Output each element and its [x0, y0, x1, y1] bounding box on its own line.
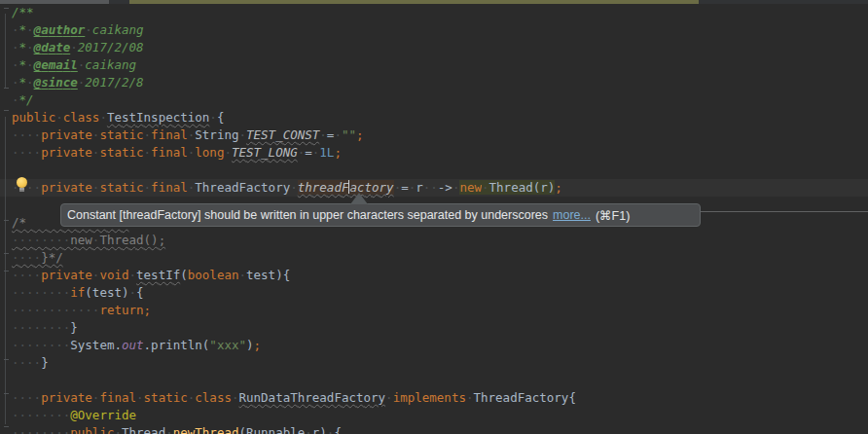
code-line[interactable]: ········if(test)·{	[0, 284, 868, 302]
code-token: out	[122, 338, 144, 352]
code-line[interactable]: ········new·Thread();	[0, 232, 868, 249]
whitespace-dot: ·	[19, 145, 27, 160]
code-line[interactable]: ········}	[0, 319, 868, 337]
whitespace-dot: ·	[482, 180, 489, 195]
whitespace-dot: ·	[55, 303, 63, 317]
code-token: /*	[12, 215, 26, 230]
whitespace-dot: ·	[238, 127, 246, 142]
whitespace-dot: ·	[92, 180, 100, 195]
tab-strip-segment-gray[interactable]	[0, 0, 109, 4]
code-line[interactable]: ····private·static·final·ThreadFactory·t…	[0, 179, 868, 197]
code-line[interactable]: ········System.out.println("xxx");	[0, 337, 868, 354]
code-token: ·*·	[12, 75, 34, 90]
code-token: @author	[34, 22, 86, 37]
whitespace-dot: ·	[19, 303, 27, 317]
code-line[interactable]: ·*·@author·caikang	[0, 21, 868, 39]
intention-bulb-icon[interactable]	[16, 177, 28, 191]
code-line[interactable]: ·*·@since·2017/2/8	[0, 74, 868, 91]
whitespace-dot: ·	[34, 338, 42, 352]
fold-marker[interactable]	[4, 253, 9, 254]
whitespace-dot: ·	[26, 425, 34, 434]
whitespace-dot: ·	[92, 127, 100, 142]
whitespace-dot: ·	[26, 338, 34, 352]
fold-marker[interactable]	[4, 88, 9, 89]
whitespace-dot: ·	[12, 250, 19, 265]
whitespace-dot: ·	[55, 285, 63, 300]
code-line[interactable]	[0, 372, 868, 389]
code-token: return	[99, 303, 143, 317]
whitespace-dot: ·	[34, 127, 42, 142]
code-token: private·static·final	[41, 180, 188, 195]
whitespace-dot: ·	[41, 408, 49, 422]
whitespace-dot: ·	[12, 40, 19, 54]
whitespace-dot: ·	[188, 127, 196, 142]
fold-marker[interactable]	[4, 359, 9, 360]
whitespace-dot: ·	[19, 127, 27, 142]
tab-strip-segment-olive[interactable]	[129, 0, 699, 4]
whitespace-dot: ·	[188, 180, 196, 195]
code-token: ·=·r··->·	[394, 180, 460, 195]
code-token: TEST_LONG	[232, 145, 298, 160]
code-token: ·	[385, 390, 393, 405]
code-line[interactable]: ·*/	[0, 91, 868, 109]
code-line[interactable]: ····private·final·static·class·RunDataTh…	[0, 389, 868, 407]
whitespace-dot: ·	[34, 320, 42, 335]
code-line[interactable]: ·*·@email·caikang	[0, 56, 868, 74]
whitespace-dot: ·	[26, 57, 34, 72]
code-line[interactable]: /**	[0, 4, 868, 21]
code-token: ····	[12, 145, 41, 160]
code-token: ·	[99, 110, 107, 125]
fold-marker[interactable]	[4, 393, 9, 394]
fold-marker[interactable]	[4, 271, 9, 271]
whitespace-dot: ·	[290, 180, 298, 195]
code-line[interactable]: ············return;	[0, 302, 868, 319]
code-token: @Override	[70, 408, 136, 422]
code-line[interactable]: ·*·@date·2017/2/08	[0, 39, 868, 56]
whitespace-dot: ·	[12, 285, 19, 300]
whitespace-dot: ·	[19, 355, 27, 370]
whitespace-dot: ·	[26, 233, 34, 247]
whitespace-dot: ·	[12, 127, 19, 142]
whitespace-dot: ·	[41, 303, 49, 317]
tooltip-more-link[interactable]: more...	[553, 208, 591, 222]
whitespace-dot: ·	[238, 268, 246, 282]
whitespace-dot: ·	[12, 22, 19, 37]
whitespace-dot: ·	[12, 75, 19, 90]
whitespace-dot: ·	[136, 390, 144, 405]
whitespace-dot: ·	[99, 110, 107, 125]
fold-marker[interactable]	[4, 110, 9, 111]
code-token: testIf	[136, 268, 180, 282]
code-line[interactable]: ········public·Thread·newThread(Runnable…	[0, 424, 868, 434]
whitespace-dot: ·	[55, 425, 63, 434]
code-line[interactable]: ········@Override	[0, 407, 868, 424]
whitespace-dot: ·	[55, 408, 63, 422]
whitespace-dot: ·	[34, 268, 42, 282]
whitespace-dot: ·	[12, 268, 19, 282]
code-token: private·final·static·class	[41, 390, 232, 405]
whitespace-dot: ·	[92, 390, 100, 405]
code-line[interactable]: ····private·void·testIf(boolean·test){	[0, 267, 868, 284]
code-token: threadF	[298, 180, 349, 195]
whitespace-dot: ·	[26, 285, 34, 300]
whitespace-dot: ·	[19, 233, 27, 247]
whitespace-dot: ·	[34, 180, 42, 195]
fold-marker[interactable]	[4, 220, 9, 221]
fold-marker[interactable]	[4, 8, 9, 9]
code-line[interactable]: ····private·static·final·long·TEST_LONG·…	[0, 144, 868, 162]
code-line[interactable]	[0, 162, 868, 179]
code-token: /**	[12, 5, 34, 19]
whitespace-dot: ·	[409, 180, 416, 195]
whitespace-dot: ·	[26, 250, 34, 265]
code-line[interactable]: public·class·TestInspection·{	[0, 109, 868, 127]
whitespace-dot: ·	[224, 145, 232, 160]
code-line[interactable]: ····}	[0, 354, 868, 372]
bulb-glass	[17, 177, 27, 188]
code-token: TestInspection	[107, 110, 209, 125]
code-token: if	[70, 285, 85, 300]
code-token: ········}	[12, 320, 78, 335]
fold-marker[interactable]	[4, 426, 9, 427]
whitespace-dot: ·	[34, 145, 42, 160]
whitespace-dot: ·	[19, 268, 27, 282]
code-line[interactable]: ····}*/	[0, 249, 868, 267]
code-line[interactable]: ····private·static·final·String·TEST_CON…	[0, 127, 868, 144]
